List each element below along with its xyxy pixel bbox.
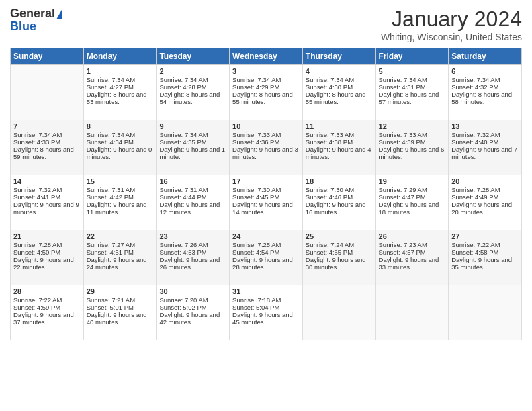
sunset-text: Sunset: 4:39 PM: [379, 138, 446, 146]
table-row: 18Sunrise: 7:30 AMSunset: 4:46 PMDayligh…: [302, 175, 375, 230]
day-number: 1: [87, 67, 154, 75]
sunrise-text: Sunrise: 7:34 AM: [306, 76, 373, 83]
sunset-text: Sunset: 4:35 PM: [159, 138, 226, 146]
sunset-text: Sunset: 4:49 PM: [451, 193, 519, 201]
calendar-week-row: 1Sunrise: 7:34 AMSunset: 4:27 PMDaylight…: [11, 65, 522, 120]
table-row: [11, 65, 84, 120]
daylight-text: Daylight: 9 hours and 9 minutes.: [13, 201, 81, 216]
daylight-text: Daylight: 9 hours and 28 minutes.: [232, 256, 300, 271]
table-row: [375, 285, 449, 340]
sunset-text: Sunset: 4:55 PM: [306, 248, 373, 256]
table-row: 9Sunrise: 7:34 AMSunset: 4:35 PMDaylight…: [157, 120, 230, 175]
sunrise-text: Sunrise: 7:25 AM: [232, 241, 300, 248]
table-row: 25Sunrise: 7:24 AMSunset: 4:55 PMDayligh…: [302, 230, 375, 285]
month-year: January 2024: [381, 7, 522, 32]
table-row: 14Sunrise: 7:32 AMSunset: 4:41 PMDayligh…: [11, 175, 84, 230]
day-number: 31: [232, 287, 300, 295]
calendar-week-row: 21Sunrise: 7:28 AMSunset: 4:50 PMDayligh…: [11, 230, 522, 285]
calendar-header-row: Sunday Monday Tuesday Wednesday Thursday…: [11, 48, 522, 65]
daylight-text: Daylight: 8 hours and 55 minutes.: [306, 91, 373, 105]
daylight-text: Daylight: 9 hours and 11 minutes.: [87, 201, 154, 216]
table-row: 3Sunrise: 7:34 AMSunset: 4:29 PMDaylight…: [230, 65, 303, 120]
table-row: 17Sunrise: 7:30 AMSunset: 4:45 PMDayligh…: [230, 175, 303, 230]
sunset-text: Sunset: 4:34 PM: [87, 138, 154, 146]
sunset-text: Sunset: 4:44 PM: [159, 193, 226, 201]
day-number: 16: [159, 177, 226, 185]
sunset-text: Sunset: 4:45 PM: [232, 193, 300, 201]
day-number: 27: [451, 232, 519, 240]
table-row: 22Sunrise: 7:27 AMSunset: 4:51 PMDayligh…: [83, 230, 157, 285]
daylight-text: Daylight: 8 hours and 53 minutes.: [87, 91, 154, 105]
daylight-text: Daylight: 9 hours and 3 minutes.: [232, 146, 300, 161]
table-row: 24Sunrise: 7:25 AMSunset: 4:54 PMDayligh…: [230, 230, 303, 285]
sunset-text: Sunset: 4:59 PM: [13, 304, 81, 311]
table-row: [302, 285, 375, 340]
sunset-text: Sunset: 4:27 PM: [87, 83, 154, 91]
daylight-text: Daylight: 9 hours and 33 minutes.: [379, 256, 446, 271]
day-number: 28: [13, 287, 81, 295]
table-row: 26Sunrise: 7:23 AMSunset: 4:57 PMDayligh…: [375, 230, 449, 285]
table-row: 30Sunrise: 7:20 AMSunset: 5:02 PMDayligh…: [157, 285, 230, 340]
daylight-text: Daylight: 9 hours and 37 minutes.: [13, 311, 81, 326]
day-number: 23: [159, 232, 226, 240]
daylight-text: Daylight: 9 hours and 6 minutes.: [379, 146, 446, 161]
day-number: 9: [159, 122, 226, 130]
day-number: 21: [13, 232, 81, 240]
logo-blue: Blue: [10, 19, 36, 34]
table-row: 12Sunrise: 7:33 AMSunset: 4:39 PMDayligh…: [375, 120, 449, 175]
sunrise-text: Sunrise: 7:21 AM: [87, 296, 154, 304]
col-tuesday: Tuesday: [157, 48, 230, 65]
sunrise-text: Sunrise: 7:34 AM: [379, 76, 446, 83]
sunset-text: Sunset: 4:38 PM: [306, 138, 373, 146]
day-number: 3: [232, 67, 300, 75]
sunrise-text: Sunrise: 7:34 AM: [451, 76, 519, 83]
day-number: 15: [87, 177, 154, 185]
day-number: 19: [379, 177, 446, 185]
sunrise-text: Sunrise: 7:32 AM: [451, 131, 519, 138]
day-number: 8: [87, 122, 154, 130]
sunrise-text: Sunrise: 7:28 AM: [451, 186, 519, 193]
sunrise-text: Sunrise: 7:34 AM: [232, 76, 300, 83]
sunset-text: Sunset: 4:54 PM: [232, 248, 300, 256]
table-row: 2Sunrise: 7:34 AMSunset: 4:28 PMDaylight…: [157, 65, 230, 120]
sunrise-text: Sunrise: 7:22 AM: [451, 241, 519, 248]
sunrise-text: Sunrise: 7:20 AM: [159, 296, 226, 304]
logo: General Blue: [10, 7, 62, 34]
sunset-text: Sunset: 4:51 PM: [87, 248, 154, 256]
daylight-text: Daylight: 8 hours and 54 minutes.: [159, 91, 226, 105]
sunrise-text: Sunrise: 7:30 AM: [306, 186, 373, 193]
calendar-table: Sunday Monday Tuesday Wednesday Thursday…: [10, 48, 522, 340]
sunrise-text: Sunrise: 7:23 AM: [379, 241, 446, 248]
sunrise-text: Sunrise: 7:32 AM: [13, 186, 81, 193]
table-row: 11Sunrise: 7:33 AMSunset: 4:38 PMDayligh…: [302, 120, 375, 175]
logo-triangle-icon: [56, 9, 62, 19]
day-number: 4: [306, 67, 373, 75]
sunset-text: Sunset: 4:50 PM: [13, 248, 81, 256]
sunrise-text: Sunrise: 7:34 AM: [159, 76, 226, 83]
sunrise-text: Sunrise: 7:33 AM: [232, 131, 300, 138]
sunset-text: Sunset: 5:01 PM: [87, 304, 154, 311]
sunrise-text: Sunrise: 7:34 AM: [87, 131, 154, 138]
col-saturday: Saturday: [449, 48, 522, 65]
col-sunday: Sunday: [11, 48, 84, 65]
sunrise-text: Sunrise: 7:34 AM: [159, 131, 226, 138]
sunset-text: Sunset: 4:57 PM: [379, 248, 446, 256]
table-row: 16Sunrise: 7:31 AMSunset: 4:44 PMDayligh…: [157, 175, 230, 230]
daylight-text: Daylight: 8 hours and 58 minutes.: [451, 91, 519, 105]
table-row: 1Sunrise: 7:34 AMSunset: 4:27 PMDaylight…: [83, 65, 157, 120]
table-row: 19Sunrise: 7:29 AMSunset: 4:47 PMDayligh…: [375, 175, 449, 230]
col-wednesday: Wednesday: [230, 48, 303, 65]
day-number: 22: [87, 232, 154, 240]
table-row: 29Sunrise: 7:21 AMSunset: 5:01 PMDayligh…: [83, 285, 157, 340]
table-row: 21Sunrise: 7:28 AMSunset: 4:50 PMDayligh…: [11, 230, 84, 285]
sunrise-text: Sunrise: 7:27 AM: [87, 241, 154, 248]
sunset-text: Sunset: 4:32 PM: [451, 83, 519, 91]
sunset-text: Sunset: 4:46 PM: [306, 193, 373, 201]
day-number: 20: [451, 177, 519, 185]
table-row: 31Sunrise: 7:18 AMSunset: 5:04 PMDayligh…: [230, 285, 303, 340]
table-row: 23Sunrise: 7:26 AMSunset: 4:53 PMDayligh…: [157, 230, 230, 285]
daylight-text: Daylight: 9 hours and 4 minutes.: [306, 146, 373, 161]
sunrise-text: Sunrise: 7:34 AM: [87, 76, 154, 83]
sunrise-text: Sunrise: 7:30 AM: [232, 186, 300, 193]
calendar-week-row: 14Sunrise: 7:32 AMSunset: 4:41 PMDayligh…: [11, 175, 522, 230]
